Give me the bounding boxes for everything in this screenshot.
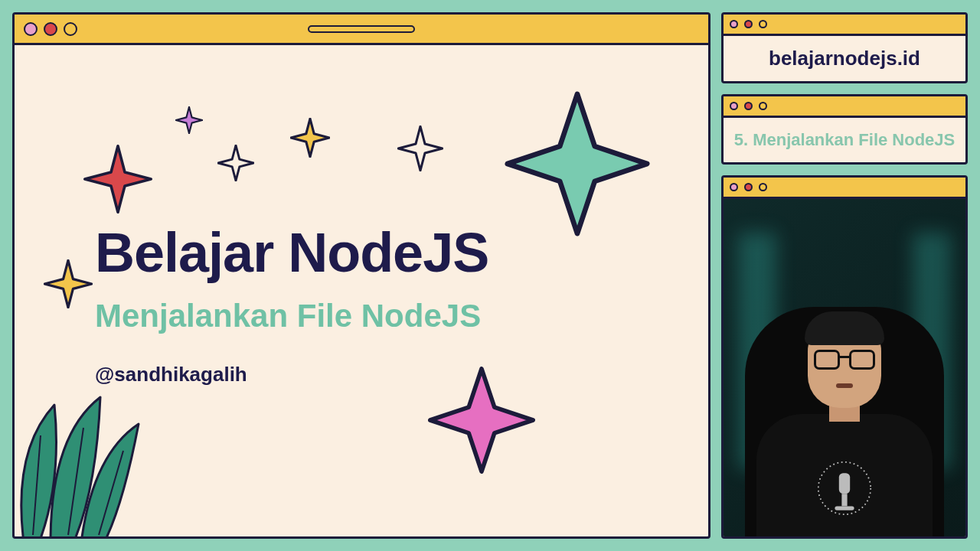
sparkle-pink-icon — [428, 367, 535, 477]
webcam-titlebar — [724, 178, 965, 199]
page-title: Belajar NodeJS — [95, 221, 488, 284]
shirt-graphic-icon — [810, 454, 879, 523]
site-window: belajarnodejs.id — [721, 12, 968, 83]
svg-rect-6 — [835, 506, 854, 510]
dot-yellow-icon — [759, 183, 767, 191]
lesson-body: 5. Menjalankan File NodeJS — [724, 118, 965, 162]
dot-red-icon — [744, 102, 753, 110]
lesson-titlebar — [724, 96, 965, 118]
sparkle-yellow-small-icon — [290, 118, 330, 161]
page-root: Belajar NodeJS Menjalankan File NodeJS @… — [0, 0, 980, 551]
dot-red-icon — [44, 22, 57, 36]
dot-pink-icon — [730, 183, 738, 191]
dot-pink-icon — [730, 102, 738, 110]
dot-red-icon — [744, 20, 753, 28]
dot-red-icon — [744, 183, 753, 191]
svg-rect-5 — [841, 494, 847, 506]
plant-icon — [12, 382, 162, 539]
site-name: belajarnodejs.id — [733, 47, 956, 70]
sparkle-outline-small-icon — [217, 145, 254, 184]
site-titlebar — [724, 15, 965, 36]
main-titlebar — [15, 15, 708, 45]
sparkle-violet-small-icon — [175, 106, 203, 137]
sparkle-mint-large-icon — [505, 91, 650, 240]
svg-rect-4 — [839, 473, 850, 494]
presenter-icon — [756, 315, 933, 536]
dot-pink-icon — [24, 22, 38, 36]
lesson-title: 5. Menjalankan File NodeJS — [733, 129, 956, 152]
dot-pink-icon — [730, 20, 738, 28]
sparkle-red-icon — [83, 145, 152, 217]
dot-yellow-icon — [759, 102, 767, 110]
dot-yellow-icon — [759, 20, 767, 28]
titlebar-handle-icon — [308, 25, 415, 33]
webcam-feed — [724, 199, 965, 536]
traffic-lights — [24, 22, 77, 36]
side-column: belajarnodejs.id 5. Menjalankan File Nod… — [721, 12, 968, 539]
lesson-window: 5. Menjalankan File NodeJS — [721, 94, 968, 165]
dot-yellow-icon — [64, 22, 77, 36]
page-subtitle: Menjalankan File NodeJS — [95, 298, 481, 334]
webcam-window — [721, 175, 968, 539]
main-body: Belajar NodeJS Menjalankan File NodeJS @… — [15, 45, 708, 536]
site-body: belajarnodejs.id — [724, 36, 965, 81]
sparkle-yellow-left-icon — [44, 259, 93, 311]
main-window: Belajar NodeJS Menjalankan File NodeJS @… — [12, 12, 710, 539]
sparkle-outline-icon — [397, 126, 443, 174]
